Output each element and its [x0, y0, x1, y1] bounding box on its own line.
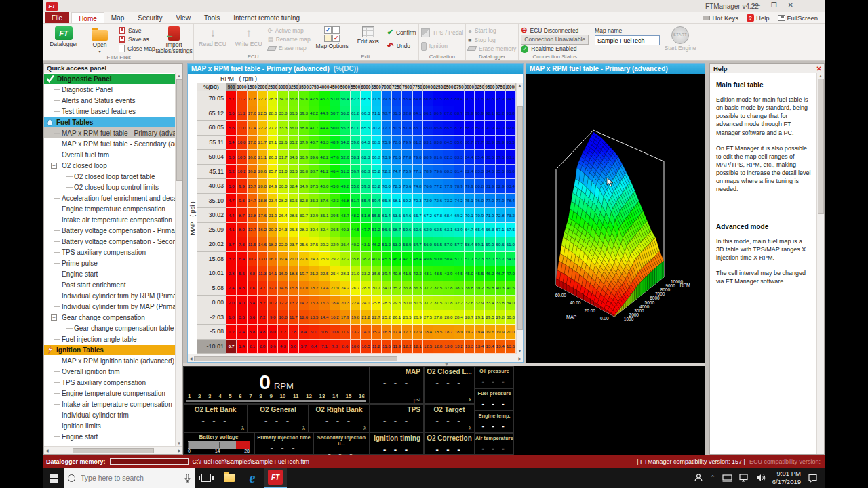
fuel-table-cell[interactable]: 86.0 — [506, 165, 516, 180]
fuel-table-cell[interactable]: 26.3 — [289, 223, 299, 238]
fuel-table-cell[interactable]: 35.3 — [309, 194, 319, 209]
fuel-table-cell[interactable]: 31.0 — [278, 165, 288, 180]
fuel-table-cell[interactable]: 40.2 — [351, 237, 361, 252]
fuel-table-cell[interactable]: 2.8 — [258, 340, 268, 354]
scroll-left-icon[interactable]: ◀ — [45, 448, 49, 453]
fuel-table-cell[interactable]: 14.4 — [319, 310, 330, 325]
fuel-table-cell[interactable]: 50.7 — [330, 106, 340, 121]
tree-item-o2-closed-loop-control-limits[interactable]: O2 closed loop control limits — [44, 182, 175, 192]
tree-section-diagnostic-panel[interactable]: Diagnostic Panel — [44, 74, 175, 84]
fuel-table-cell[interactable]: 88.7 — [465, 121, 475, 136]
fuel-table-cell[interactable]: 18.9 — [454, 325, 465, 340]
fuel-table-cell[interactable]: 46.9 — [392, 252, 402, 267]
fuel-table-cell[interactable]: 90.5 — [465, 92, 475, 106]
fuel-table-cell[interactable]: 28.6 — [361, 281, 371, 296]
tab-map[interactable]: Map — [104, 12, 131, 23]
fuel-table-cell[interactable]: 85.8 — [433, 121, 443, 136]
fuel-table-cell[interactable]: 37.9 — [299, 136, 309, 150]
fuel-table-cell[interactable]: 77.7 — [382, 121, 392, 136]
rpm-column-header[interactable]: 9750 — [496, 83, 506, 92]
fuel-table-cell[interactable]: 81.2 — [413, 136, 423, 150]
scroll-right-icon[interactable]: ▶ — [518, 356, 521, 361]
action-center-icon[interactable] — [808, 474, 818, 483]
fuel-table-cell[interactable]: 92.0 — [496, 121, 506, 136]
fuel-table-cell[interactable]: 28.3 — [299, 223, 309, 238]
fuel-table-cell[interactable]: 78.9 — [423, 165, 433, 180]
map-name-input[interactable] — [595, 35, 660, 45]
fuel-table-cell[interactable]: 86.9 — [433, 106, 443, 121]
sidebar-horizontal-scrollbar[interactable]: ◀ ▶ — [44, 446, 182, 454]
fuel-table-cell[interactable]: 93.9 — [496, 92, 506, 106]
tps-pedal-button[interactable]: TPS / Pedal — [421, 28, 463, 37]
fuel-table-cell[interactable]: 4.0 — [237, 296, 247, 310]
fuel-table-cell[interactable]: 13.6 — [506, 340, 516, 354]
fuel-table-cell[interactable]: 5.7 — [299, 340, 309, 354]
fuel-table-cell[interactable]: 57.0 — [443, 237, 454, 252]
fuel-table-cell[interactable]: 31.0 — [351, 266, 361, 281]
fuel-table-cell[interactable]: 65.8 — [382, 194, 392, 209]
fuel-table-cell[interactable]: 84.8 — [413, 92, 423, 106]
fuel-table-cell[interactable]: 12.2 — [278, 296, 288, 310]
fuel-table-cell[interactable]: 6.4 — [237, 252, 247, 267]
fuel-table-cell[interactable]: 20.0 — [258, 179, 268, 194]
fuel-table-cell[interactable]: 49.8 — [340, 179, 351, 194]
fuel-table-cell[interactable]: 34.0 — [278, 92, 288, 106]
fuel-table-cell[interactable]: 14.7 — [248, 194, 258, 209]
map-row-header[interactable]: -10.01 — [197, 340, 226, 354]
fuel-table-cell[interactable]: 28.5 — [382, 296, 392, 310]
fuel-table-cell[interactable]: 4.8 — [258, 325, 268, 340]
fuel-table-cell[interactable]: 25.9 — [319, 252, 330, 267]
confirm-button[interactable]: ✔ Confirm — [387, 28, 416, 37]
fuel-table-cell[interactable]: 11.3 — [258, 266, 268, 281]
fuel-table-cell[interactable]: 89.9 — [496, 136, 506, 150]
tab-view[interactable]: View — [169, 12, 197, 23]
fuel-table-cell[interactable]: 13.4 — [475, 340, 485, 354]
rpm-column-header[interactable]: 10000 — [506, 83, 516, 92]
tree-item-engine-start[interactable]: Engine start — [44, 268, 175, 279]
fuel-table-cell[interactable]: 51.1 — [454, 252, 465, 267]
fuel-table-cell[interactable]: 67.1 — [496, 223, 506, 238]
fuel-table-cell[interactable]: 34.3 — [289, 150, 299, 165]
fuel-table-cell[interactable]: 18.7 — [443, 325, 454, 340]
fuel-table-cell[interactable]: 33.5 — [289, 165, 299, 180]
fuel-table-cell[interactable]: 30.7 — [299, 208, 309, 223]
rpm-column-header[interactable]: 3500 — [299, 83, 309, 92]
fuel-table-cell[interactable]: 44.4 — [319, 121, 330, 136]
rpm-column-header[interactable]: 9500 — [485, 83, 495, 92]
map-row-header[interactable]: 65.12 — [197, 106, 226, 121]
fuel-table-cell[interactable]: 59.9 — [485, 237, 495, 252]
fuel-table-cell[interactable]: 30.5 — [289, 194, 299, 209]
fuel-table-cell[interactable]: 58.1 — [351, 150, 361, 165]
fuel-table-cell[interactable]: 73.2 — [506, 208, 516, 223]
fuel-table-cell[interactable]: 73.6 — [402, 179, 412, 194]
fuel-table-cell[interactable]: 59.0 — [361, 179, 371, 194]
tree-item-o2-closed-loop[interactable]: −O2 closed loop — [44, 160, 175, 171]
rpm-column-header[interactable]: 7250 — [392, 83, 402, 92]
fuel-table-cell[interactable]: 83.8 — [433, 136, 443, 150]
tree-item-individual-cylinder-trim-by-map-primary-[interactable]: Individual cylinder trim by MAP (Primary… — [44, 301, 175, 312]
fuel-table-cell[interactable]: 25.8 — [372, 296, 382, 310]
fuel-table-cell[interactable]: 79.0 — [413, 150, 423, 165]
fuel-table-cell[interactable]: 81.5 — [392, 106, 402, 121]
fuel-table-cell[interactable]: 11.5 — [248, 237, 258, 252]
fuel-table-cell[interactable]: 21.2 — [361, 310, 371, 325]
fuel-table-cell[interactable]: 8.8 — [248, 266, 258, 281]
tree-item-map-x-rpm-fuel-table-primary-advanced-[interactable]: MAP x RPM fuel table - Primary (advanced… — [44, 127, 175, 138]
fuel-table-cell[interactable]: 61.4 — [382, 208, 392, 223]
fuel-table-cell[interactable]: 36.9 — [299, 150, 309, 165]
fuel-table-cell[interactable]: 9.0 — [309, 325, 319, 340]
fuel-table-cell[interactable]: 77.1 — [413, 165, 423, 180]
fuel-table-cell[interactable]: 75.9 — [382, 136, 392, 150]
fuel-table-cell[interactable]: 77.9 — [443, 179, 454, 194]
fuel-table-cell[interactable]: 17.0 — [248, 136, 258, 150]
fuel-table-cell[interactable]: 38.8 — [465, 281, 475, 296]
fuel-table-cell[interactable]: 13.5 — [309, 310, 319, 325]
fuel-table-cell[interactable]: 42.2 — [309, 106, 319, 121]
fuel-table-cell[interactable]: 86.8 — [423, 92, 433, 106]
map-row-header[interactable]: 25.09 — [197, 223, 226, 238]
fuel-table-cell[interactable]: 68.1 — [392, 194, 402, 209]
fuel-table-cell[interactable]: 59.1 — [475, 237, 485, 252]
fuel-table-cell[interactable]: 39.2 — [475, 281, 485, 296]
fuel-table-cell[interactable]: 12.6 — [299, 310, 309, 325]
fuel-table-cell[interactable]: 34.0 — [382, 281, 392, 296]
